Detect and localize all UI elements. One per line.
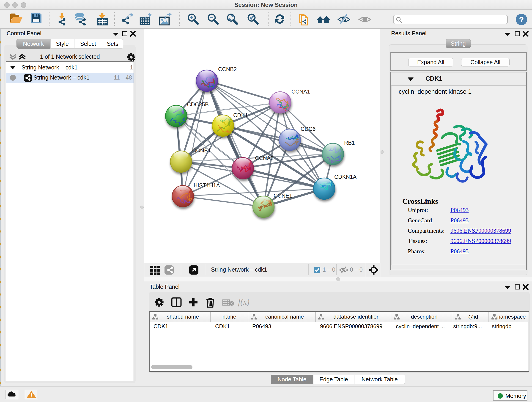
svg-text:CCNA1: CCNA1 [291, 89, 310, 95]
svg-text:?: ? [519, 15, 524, 24]
svg-text:HIST1H1A: HIST1H1A [194, 182, 220, 188]
svg-text:CCNB2: CCNB2 [218, 66, 237, 72]
svg-text:RB1: RB1 [344, 140, 355, 146]
svg-text:CDK1: CDK1 [233, 112, 248, 118]
svg-text:CDC25B: CDC25B [187, 101, 209, 108]
svg-text:CDKN1A: CDKN1A [334, 174, 356, 180]
svg-text:CCNA2: CCNA2 [255, 155, 273, 161]
svg-text:CCNE1: CCNE1 [273, 192, 292, 199]
svg-text:CDC6: CDC6 [301, 126, 316, 132]
svg-text:CCNB1: CCNB1 [192, 147, 211, 153]
